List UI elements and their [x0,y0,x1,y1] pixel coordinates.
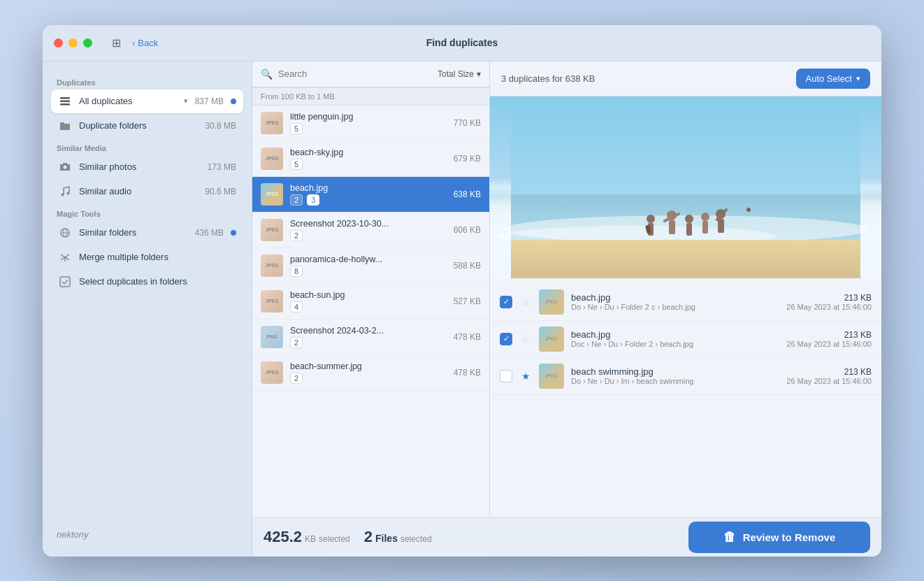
duplicate-checkbox-3[interactable] [500,370,512,382]
duplicate-item-3: ★ JPEG beach swimming.jpg Do › Ne › Du ›… [490,358,881,395]
main-content: 🔍 Total Size ▾ From 100 KB to 1 MB JPEG [252,62,881,517]
sidebar-toggle-icon[interactable]: ⊞ [112,36,121,50]
duplicate-right-2: 213 KB 26 May 2023 at 15:46:00 [786,330,872,348]
file-name: Screenshot 2023-10-30... [290,219,447,229]
sidebar-item-similar-folders[interactable]: Similar folders 436 MB [51,221,243,245]
file-item-panoramica[interactable]: JPEG panoramica-de-hollyw... 8 588 KB [252,248,489,284]
search-input[interactable] [278,69,432,79]
review-to-remove-button[interactable]: 🗑 Review to Remove [688,522,870,553]
duplicate-star-3[interactable]: ★ [519,370,532,382]
file-size: 638 KB [454,189,481,199]
file-meta: 2 [290,337,447,348]
auto-select-label: Auto Select [806,73,853,84]
all-duplicates-label: All duplicates [79,96,177,106]
similar-photos-size: 173 MB [208,162,236,172]
auto-select-button[interactable]: Auto Select ▾ [796,69,871,89]
sidebar-item-similar-audio[interactable]: Similar audio 90.6 MB [51,180,243,203]
duplicate-date-1: 26 May 2023 at 15:46:00 [786,303,872,311]
file-size: 478 KB [454,332,481,342]
check-square-icon [58,275,72,289]
duplicate-thumbnail-2: JPEG [539,327,564,352]
search-icon: 🔍 [261,69,273,80]
auto-select-chevron-icon: ▾ [856,74,860,83]
similar-audio-size: 90.6 MB [205,187,236,196]
sidebar-item-select-duplicates[interactable]: Select duplicates in folders [51,270,243,294]
close-button[interactable] [54,38,63,48]
merge-folders-label: Merge multiple folders [79,252,236,262]
file-item-beach-sun[interactable]: JPEG beach-sun.jpg 4 527 KB [252,284,489,320]
duplicate-list: ☆ JPEG beach.jpg Do › Ne › Du › Folder 2… [490,278,881,517]
duplicate-size-3: 213 KB [786,367,872,377]
bottom-bar: 425.2 KB selected 2 Files selected 🗑 Rev… [252,517,881,557]
back-label: Back [138,38,158,48]
back-button[interactable]: ‹ Back [132,38,158,48]
detail-panel: 3 duplicates for 638 KB Auto Select ▾ [490,62,881,517]
file-info: Screenshot 2024-03-2... 2 [290,326,447,348]
file-item-beach-sky[interactable]: JPEG beach-sky.jpg 5 679 KB [252,141,489,177]
music-icon [58,185,72,199]
selected-files-value: 2 [364,528,373,546]
sidebar-item-similar-photos[interactable]: Similar photos 173 MB [51,155,243,179]
maximize-button[interactable] [83,38,92,48]
file-count-badge: 4 [290,301,303,313]
file-name: beach-sky.jpg [290,148,447,157]
duplicate-size-1: 213 KB [786,293,872,303]
duplicate-folders-label: Duplicate folders [79,120,198,131]
selected-size-value: 425.2 [264,528,302,546]
file-name: beach.jpg [290,183,447,193]
duplicate-path-1: Do › Ne › Du › Folder 2 c › beach.jpg [571,303,779,311]
file-count-badge: 2 [290,373,303,384]
selected-files-unit: Files [375,533,398,544]
duplicate-item-1: ☆ JPEG beach.jpg Do › Ne › Du › Folder 2… [490,284,881,321]
file-count-badge: 5 [290,159,303,170]
file-item-beach[interactable]: JPEG beach.jpg 2 3 638 KB [252,177,489,213]
file-count-normal: 2 [290,194,303,206]
svg-rect-20 [669,220,675,234]
file-name: Screenshot 2024-03-2... [290,326,447,336]
svg-point-4 [62,193,64,196]
sidebar-item-all-duplicates[interactable]: All duplicates ▾ 837 MB [51,89,243,113]
duplicate-folders-size: 30.8 MB [205,121,236,131]
selected-size-label: selected [319,534,350,544]
back-arrow-icon: ‹ [132,38,135,48]
file-item-little-penguin[interactable]: JPEG little penguin.jpg 5 770 KB [252,106,489,141]
sort-chevron-icon: ▾ [477,69,481,79]
file-name: little penguin.jpg [290,112,447,122]
file-item-beach-summer[interactable]: JPEG beach-summer.jpg 2 478 KB [252,355,489,391]
similar-audio-label: Similar audio [79,186,198,196]
review-btn-label: Review to Remove [743,531,836,543]
titlebar: ⊞ ‹ Back Find duplicates [43,25,881,62]
minimize-button[interactable] [68,38,78,48]
file-items-list: JPEG little penguin.jpg 5 770 KB [252,106,489,517]
file-info: beach.jpg 2 3 [290,183,447,206]
duplicate-name-3: beach swimming.jpg [571,366,779,377]
preview-image [490,96,881,278]
file-size: 527 KB [454,296,481,306]
sidebar-item-duplicate-folders[interactable]: Duplicate folders 30.8 MB [51,114,243,138]
similar-photos-label: Similar photos [79,162,201,172]
svg-point-5 [67,192,70,194]
duplicate-checkbox-2[interactable] [500,333,512,345]
globe-icon [58,226,72,240]
selected-size-stat: 425.2 KB selected [264,528,350,546]
camera-icon [58,160,72,174]
svg-rect-14 [511,240,860,278]
sidebar-item-merge-folders[interactable]: Merge multiple folders [51,245,243,269]
duplicate-star-2[interactable]: ☆ [519,333,532,345]
search-bar: 🔍 Total Size ▾ [252,62,489,87]
sort-button[interactable]: Total Size ▾ [438,69,481,79]
file-thumbnail: JPEG [261,254,283,277]
chevron-icon: ▾ [184,96,188,106]
file-thumbnail: JPEG [261,183,283,206]
duplicate-star-1[interactable]: ☆ [519,296,532,308]
detail-header: 3 duplicates for 638 KB Auto Select ▾ [490,62,881,96]
duplicate-date-3: 26 May 2023 at 15:46:00 [786,377,872,385]
file-item-screenshot-2023[interactable]: JPEG Screenshot 2023-10-30... 2 606 KB [252,213,489,248]
file-meta: 8 [290,266,447,277]
duplicate-thumbnail-3: JPEG [539,364,564,389]
sidebar-section-duplicates: Duplicates [51,73,243,89]
file-item-screenshot-2024[interactable]: PNG Screenshot 2024-03-2... 2 478 KB [252,320,489,355]
sort-label: Total Size [438,69,474,79]
duplicate-checkbox-1[interactable] [500,296,512,308]
svg-rect-23 [686,223,692,236]
